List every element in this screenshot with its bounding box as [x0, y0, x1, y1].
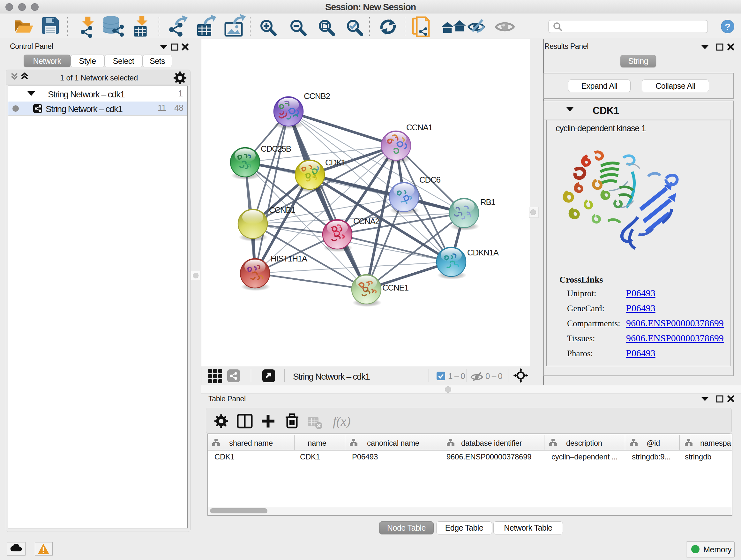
svg-text:CDKN1A: CDKN1A — [467, 248, 499, 257]
svg-text:CCNB1: CCNB1 — [269, 205, 295, 215]
svg-text:CDK1: CDK1 — [325, 158, 346, 167]
svg-text:CCNE1: CCNE1 — [382, 283, 408, 293]
svg-text:CCNA1: CCNA1 — [406, 123, 432, 132]
svg-text:f(x): f(x) — [333, 414, 351, 428]
svg-text:RB1: RB1 — [480, 197, 495, 207]
svg-text:CCNB2: CCNB2 — [304, 91, 330, 101]
svg-text:CCNA2: CCNA2 — [353, 216, 380, 226]
svg-text:HIST1H1A: HIST1H1A — [271, 254, 308, 263]
svg-text:CDC6: CDC6 — [419, 175, 441, 185]
svg-text:CDC25B: CDC25B — [261, 144, 291, 153]
